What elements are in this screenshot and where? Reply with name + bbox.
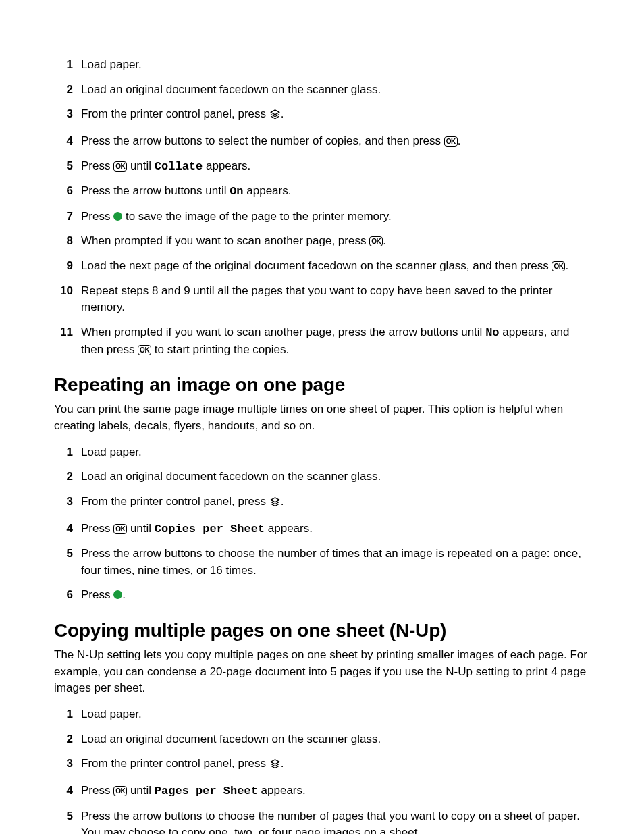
para-nup: The N-Up setting lets you copy multiple … xyxy=(54,647,590,697)
step-item: From the printer control panel, press . xyxy=(54,756,590,775)
ok-key-icon: OK xyxy=(113,786,127,796)
copy-mode-icon xyxy=(269,496,281,513)
step-item: When prompted if you want to scan anothe… xyxy=(54,324,590,358)
ok-key-icon: OK xyxy=(138,345,151,355)
step-item: When prompted if you want to scan anothe… xyxy=(54,233,590,250)
display-label: Collate xyxy=(155,160,203,173)
step-item: Repeat steps 8 and 9 until all the pages… xyxy=(54,283,590,316)
ok-key-icon: OK xyxy=(113,524,127,534)
copy-mode-icon xyxy=(269,758,281,775)
step-item: Load paper. xyxy=(54,444,590,461)
step-item: Press . xyxy=(54,587,590,604)
procedure-steps-a: Load paper.Load an original document fac… xyxy=(54,57,590,358)
step-item: From the printer control panel, press . xyxy=(54,494,590,513)
start-button-icon xyxy=(113,212,122,221)
heading-nup: Copying multiple pages on one sheet (N-U… xyxy=(54,620,590,642)
ok-key-icon: OK xyxy=(552,261,565,271)
display-label: Copies per Sheet xyxy=(155,523,265,536)
display-label: On xyxy=(230,185,243,198)
copy-mode-icon xyxy=(269,108,281,125)
procedure-steps-b: Load paper.Load an original document fac… xyxy=(54,444,590,604)
step-item: From the printer control panel, press . xyxy=(54,106,590,125)
para-repeating-image: You can print the same page image multip… xyxy=(54,401,590,434)
heading-repeating-image: Repeating an image on one page xyxy=(54,374,590,396)
step-item: Press OK until Collate appears. xyxy=(54,158,590,176)
display-label: No xyxy=(485,326,499,339)
step-item: Load an original document facedown on th… xyxy=(54,731,590,748)
step-item: Load an original document facedown on th… xyxy=(54,82,590,99)
step-item: Load an original document facedown on th… xyxy=(54,469,590,486)
step-item: Press the arrow buttons until On appears… xyxy=(54,183,590,201)
step-item: Press OK until Pages per Sheet appears. xyxy=(54,783,590,800)
display-label: Pages per Sheet xyxy=(155,785,258,798)
step-item: Press the arrow buttons to choose the nu… xyxy=(54,546,590,579)
step-item: Press the arrow buttons to choose the nu… xyxy=(54,808,590,834)
ok-key-icon: OK xyxy=(369,236,383,246)
ok-key-icon: OK xyxy=(113,161,127,172)
step-item: Press to save the image of the page to t… xyxy=(54,209,590,226)
step-item: Load paper. xyxy=(54,57,590,74)
procedure-steps-c: Load paper.Load an original document fac… xyxy=(54,706,590,834)
step-item: Load the next page of the original docum… xyxy=(54,258,590,275)
step-item: Press OK until Copies per Sheet appears. xyxy=(54,521,590,538)
start-button-icon xyxy=(113,590,122,599)
step-item: Press the arrow buttons to select the nu… xyxy=(54,133,590,150)
ok-key-icon: OK xyxy=(444,136,458,147)
step-item: Load paper. xyxy=(54,706,590,723)
